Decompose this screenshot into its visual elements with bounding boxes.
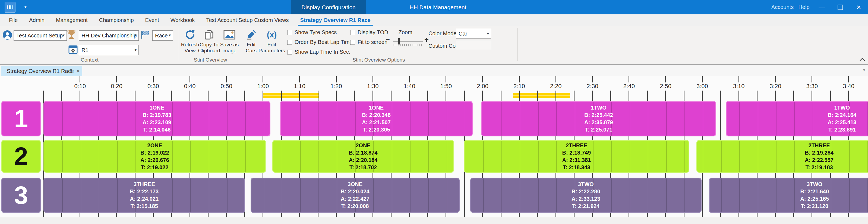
- axis-major-tick: [226, 76, 227, 82]
- axis-tick-label: 2:30: [587, 83, 598, 90]
- group-label-stint-overview-options: Stint Overview Options: [352, 57, 405, 63]
- stint-car1-2[interactable]: 1ONEB: 2:20.348A: 2:21.507T: 2:20.305: [280, 101, 473, 137]
- stint-car2-3[interactable]: 2THREEB: 2:18.749A: 2:31.381T: 2:18.343: [464, 140, 690, 173]
- quick-access-caret-icon[interactable]: ▾: [25, 5, 27, 9]
- help-icon[interactable]: ?: [69, 68, 72, 74]
- close-icon: ×: [857, 3, 861, 12]
- app-logo[interactable]: HH: [5, 2, 16, 13]
- lap-divider: [190, 141, 191, 172]
- checkbox-order-by-best-lap-time[interactable]: Order By Best Lap Time: [287, 39, 352, 45]
- menu-item-championship[interactable]: Championship: [93, 14, 140, 26]
- button-label: Edit: [268, 42, 276, 48]
- axis-tick-label: 2:40: [623, 83, 635, 90]
- session-type-selector[interactable]: Race ▾: [152, 30, 173, 41]
- checkbox-show-tyre-specs[interactable]: Show Tyre Specs: [287, 29, 352, 36]
- stint-car1-1[interactable]: 1ONEB: 2:19.783A: 2:23.109T: 2:14.046: [43, 101, 271, 137]
- zoom-slider-track[interactable]: [393, 41, 423, 42]
- axis-tick-label: 3:20: [770, 83, 781, 90]
- zoom-slider-thumb[interactable]: [398, 38, 400, 44]
- lap-divider: [190, 102, 191, 136]
- lap-divider: [520, 102, 520, 136]
- ribbon-collapse-button[interactable]: [859, 58, 866, 61]
- stint-info: 2ONEB: 2:19.022A: 2:20.676T: 2:19.022: [141, 142, 169, 171]
- event-calendar-icon: [68, 44, 78, 54]
- checkbox-display-tod[interactable]: Display TOD: [350, 29, 388, 36]
- menu-item-admin[interactable]: Admin: [23, 14, 50, 26]
- edit-parameters-button[interactable]: (x) Edit Parameters: [256, 28, 287, 58]
- checkbox-box: [350, 40, 355, 45]
- championship-selector[interactable]: HH Dev Championship ▾: [79, 30, 139, 41]
- lap-divider: [300, 179, 301, 212]
- lap-divider: [739, 102, 740, 136]
- stint-car2-1[interactable]: 2ONEB: 2:19.022A: 2:20.676T: 2:19.022: [43, 140, 266, 173]
- stint-car2-2[interactable]: 2ONEB: 2:18.874A: 2:20.184T: 2:18.702: [272, 140, 454, 173]
- championship-selector-value: HH Dev Championship: [82, 33, 136, 39]
- titlebar-tab-display-configuration[interactable]: Display Configuration: [291, 0, 366, 14]
- lap-divider: [81, 179, 81, 212]
- menu-item-event[interactable]: Event: [140, 14, 165, 26]
- event-selector-value: R1: [82, 47, 89, 53]
- lap-divider: [794, 179, 795, 212]
- stint-car3-3[interactable]: 3TWOB: 2:22.280A: 2:33.123T: 2:21.924: [470, 178, 702, 213]
- titlebar-link-help[interactable]: Help: [795, 0, 813, 14]
- close-tab-icon[interactable]: ×: [76, 68, 80, 75]
- stint-car1-3[interactable]: 1TWOB: 2:25.442A: 2:35.879T: 2:25.071: [481, 101, 716, 137]
- custom-color-input[interactable]: [456, 41, 491, 50]
- axis-tick-label: 2:00: [477, 83, 489, 90]
- stint-car2-4[interactable]: 2THREEB: 2:19.284A: 2:22.557T: 2:19.183: [696, 140, 868, 173]
- checkbox-show-lap-time-in-sec[interactable]: Show Lap Time In Sec.: [287, 49, 352, 55]
- minimize-button[interactable]: —: [813, 0, 831, 14]
- lap-divider: [739, 141, 740, 172]
- save-as-image-button[interactable]: Save as image: [217, 28, 242, 58]
- lap-divider: [117, 102, 118, 136]
- lap-divider: [538, 179, 539, 212]
- lap-divider: [428, 102, 429, 136]
- maximize-button[interactable]: [832, 0, 849, 14]
- axis-tick-label: 3:40: [843, 83, 855, 90]
- account-selector[interactable]: Test Account Setup ▾: [13, 30, 67, 41]
- color-mode-selector[interactable]: Car ▾: [456, 29, 491, 38]
- zoom-in-button[interactable]: +: [424, 36, 429, 44]
- stint-car1-4[interactable]: 1TWOB: 2:24.164A: 2:25.413T: 2:23.891: [726, 101, 868, 137]
- stint-info: 2THREEB: 2:19.284A: 2:22.557T: 2:19.183: [805, 142, 834, 171]
- lap-divider: [666, 141, 667, 172]
- axis-tick-label: 1:20: [331, 83, 342, 90]
- checkbox-fit-to-screen[interactable]: Fit to screen: [350, 39, 388, 45]
- lap-divider: [556, 141, 557, 172]
- menu-item-workbook[interactable]: Workbook: [165, 14, 200, 26]
- axis-tick-label: 0:20: [111, 83, 122, 90]
- scroll-down-icon[interactable]: ▼: [862, 68, 866, 72]
- lap-divider: [355, 102, 356, 136]
- minimize-icon: —: [818, 3, 825, 11]
- axis-tick-label: 0:50: [221, 83, 232, 90]
- lap-divider: [318, 141, 319, 172]
- stint-car3-2[interactable]: 3ONEB: 2:20.024A: 2:22.427T: 2:20.008: [251, 178, 460, 213]
- menu-item-test-account-setup-custom-views[interactable]: Test Account Setup Custom Views: [200, 14, 294, 26]
- lap-divider: [282, 179, 282, 212]
- event-selector[interactable]: R1 ▾: [79, 45, 139, 55]
- axis-tick-label: 3:00: [696, 83, 708, 90]
- championship-trophy-icon: [67, 30, 77, 39]
- stint-car3-4[interactable]: 3TWOB: 2:21.640A: 2:25.165T: 2:21.120: [709, 178, 868, 213]
- lap-divider: [392, 179, 392, 212]
- lap-divider: [703, 102, 703, 136]
- menu-item-file[interactable]: File: [3, 14, 23, 26]
- session-type-value: Race: [155, 33, 168, 39]
- row-label-car-1: 1: [1, 101, 41, 137]
- lap-divider: [556, 179, 557, 212]
- stint-info: 2ONEB: 2:18.874A: 2:20.184T: 2:18.702: [349, 142, 378, 171]
- lap-divider: [428, 179, 429, 212]
- document-tab[interactable]: Strategy Overview R1 Race ? ×: [1, 66, 82, 76]
- zoom-out-button[interactable]: −: [385, 35, 390, 44]
- menu-item-strategy-overview-r1-race[interactable]: Strategy Overview R1 Race: [294, 14, 376, 26]
- menu-item-management[interactable]: Management: [50, 14, 93, 26]
- chevron-down-icon: ▾: [134, 47, 136, 52]
- axis-major-tick: [665, 76, 666, 82]
- lap-divider: [373, 179, 374, 212]
- close-button[interactable]: ×: [850, 0, 867, 14]
- stint-car3-1[interactable]: 3THREEB: 2:22.173A: 2:24.021T: 2:15.185: [43, 178, 245, 213]
- lap-divider: [410, 179, 410, 212]
- axis-tick-label: 2:20: [550, 83, 562, 90]
- formula-icon: (x): [267, 28, 277, 41]
- titlebar-tab-hh-data-management[interactable]: HH Data Management: [366, 0, 510, 14]
